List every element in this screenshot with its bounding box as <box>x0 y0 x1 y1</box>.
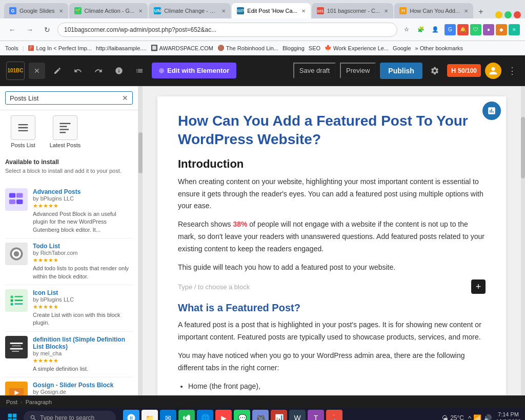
google-ext-icon[interactable]: G <box>445 24 456 35</box>
info-button[interactable] <box>111 63 127 79</box>
gosign-name[interactable]: Gosign - Slider Posts Block <box>33 382 133 389</box>
block-search-input[interactable] <box>10 94 122 102</box>
tab-climate-action[interactable]: 🌱 Climate Action - G... ✕ <box>69 3 148 18</box>
svg-point-15 <box>10 303 13 305</box>
bm-blogging[interactable]: Blogging <box>282 45 305 51</box>
tab-climate-change[interactable]: UN Climate Change - U... ✕ <box>149 3 231 18</box>
todo-list-icon <box>8 246 25 262</box>
pencil-tool-button[interactable] <box>49 63 66 79</box>
tab-close-climate-action[interactable]: ✕ <box>138 8 143 14</box>
sidebar-scrollbar-thumb[interactable] <box>138 132 143 173</box>
taskbar-app-edge[interactable] <box>123 410 139 420</box>
undo-button[interactable] <box>70 63 86 79</box>
taskbar-app-ie[interactable]: 🌐 <box>197 410 213 420</box>
tab-close-edit-post[interactable]: ✕ <box>301 8 306 14</box>
search-clear-button[interactable]: ✕ <box>122 94 128 102</box>
todo-list-name[interactable]: Todo List <box>33 243 133 250</box>
bm-login[interactable]: 🅿Log In < Perfect Imp... <box>28 45 92 51</box>
redo-button[interactable] <box>90 63 107 79</box>
tab-close-101bags[interactable]: ✕ <box>384 8 388 14</box>
start-button[interactable] <box>4 410 21 420</box>
editor-scrollbar-thumb[interactable] <box>521 117 525 178</box>
list-view-button[interactable] <box>131 63 148 79</box>
maximize-button[interactable] <box>504 11 512 18</box>
more-options-button[interactable]: ⋮ <box>506 65 519 76</box>
taskbar-app-maps[interactable]: 📍 <box>326 410 342 420</box>
block-item-latest-posts[interactable]: Latest Posts <box>47 115 83 148</box>
address-input[interactable] <box>57 23 397 37</box>
install-item-definition-list: definition list (Simple Definition List … <box>5 332 133 377</box>
back-button[interactable]: ← <box>5 23 19 37</box>
bm-robinhood[interactable]: 🟤 The Robinhood Lin... <box>217 45 278 51</box>
tab-101bags[interactable]: 101 101 bagscorner - C... ✕ <box>312 3 393 18</box>
save-draft-button[interactable]: Save draft <box>293 63 336 78</box>
icon-list-icon <box>8 292 25 309</box>
breadcrumb-paragraph: Paragraph <box>26 399 52 405</box>
block-insert-placeholder: Type / to choose a block <box>178 283 467 291</box>
svg-point-13 <box>10 299 13 302</box>
taskbar-app-presentation[interactable]: 📊 <box>271 410 287 420</box>
close-button[interactable] <box>514 11 521 18</box>
ext6-icon[interactable]: ≡ <box>509 24 520 35</box>
ext4-icon[interactable]: ● <box>483 24 494 35</box>
bm-laiba[interactable]: http://laibasample.... <box>96 45 146 51</box>
taskbar-app-vscode[interactable] <box>178 410 195 420</box>
bm-tools[interactable]: Tools <box>5 45 18 51</box>
volume-icon[interactable]: 🔊 <box>483 414 492 421</box>
ext3-icon[interactable]: 🛡 <box>470 24 481 35</box>
advanced-posts-name[interactable]: Advanced Posts <box>33 188 133 195</box>
tab-close-google-slides[interactable]: ✕ <box>59 8 63 14</box>
svg-rect-6 <box>9 199 15 204</box>
taskbar-app-discord[interactable]: 🎮 <box>252 410 269 420</box>
extension-icon[interactable]: 🧩 <box>415 24 427 36</box>
network-icon[interactable]: 📶 <box>473 414 481 421</box>
profile-icon[interactable]: 👤 <box>429 24 441 36</box>
user-avatar-button[interactable] <box>485 63 501 79</box>
svg-point-10 <box>14 251 19 257</box>
editor-scrollbar[interactable] <box>521 86 525 395</box>
tab-howcan[interactable]: H How Can You Add... ✕ <box>394 3 473 18</box>
settings-gear-button[interactable] <box>427 63 443 79</box>
add-block-button[interactable]: + <box>471 279 486 294</box>
minimize-button[interactable] <box>495 11 502 18</box>
star-icon[interactable]: ☆ <box>400 24 413 36</box>
taskbar-app-explorer[interactable]: 📁 <box>142 410 158 420</box>
tab-close-climate-change[interactable]: ✕ <box>221 8 226 14</box>
definition-list-name[interactable]: definition list (Simple Definition List … <box>33 336 133 350</box>
tab-google-slides[interactable]: G Google Slides ✕ <box>4 3 68 18</box>
taskbar-app-teams[interactable]: T <box>308 410 324 420</box>
block-item-posts-list[interactable]: Posts List <box>5 115 41 148</box>
publish-button[interactable]: Publish <box>380 63 422 79</box>
wp-logo: 101BC <box>6 62 25 80</box>
bm-seo[interactable]: SEO <box>309 45 320 51</box>
taskbar-clock[interactable]: 7:14 PM 12/2/2022 <box>496 411 521 420</box>
yoast-seo-badge[interactable]: H 50/100 <box>447 64 481 77</box>
taskbar-app-word[interactable]: W <box>289 410 306 420</box>
chevron-up-icon[interactable]: ^ <box>468 414 471 421</box>
bm-awardspace[interactable]: 🔲 AWARDSPACE.COM <box>151 45 213 51</box>
taskbar-app-youtube[interactable]: ▶ <box>215 410 232 420</box>
bm-workexp[interactable]: 🍁 Work Experience Le... <box>325 45 389 51</box>
forward-button[interactable]: → <box>23 23 37 37</box>
windows-search-bar[interactable]: Type here to search <box>24 411 116 420</box>
post-icon-button[interactable] <box>482 102 501 120</box>
ext5-icon[interactable]: ◆ <box>496 24 507 35</box>
tab-close-howcan[interactable]: ✕ <box>464 8 468 14</box>
taskbar-app-mail[interactable]: ✉ <box>160 410 176 420</box>
refresh-button[interactable]: ↻ <box>40 23 54 37</box>
new-tab-button[interactable]: + <box>474 5 488 18</box>
bm-other[interactable]: » Other bookmarks <box>415 45 463 51</box>
edit-with-elementor-button[interactable]: Edit with Elementor <box>152 63 236 78</box>
address-bar-row: ← → ↻ ☆ 🧩 👤 G 🔔 🛡 ● ◆ ≡ <box>0 18 525 41</box>
sidebar-scrollbar[interactable] <box>138 86 143 395</box>
block-search-wrap[interactable]: ✕ <box>5 91 133 105</box>
taskbar-app-whatsapp[interactable]: 💬 <box>234 410 250 420</box>
section-what-is-heading: What is a Featured Post? <box>178 302 486 314</box>
tab-edit-post[interactable]: WP Edit Post 'How Ca... ✕ <box>232 3 310 18</box>
bm-google[interactable]: Google <box>393 45 411 51</box>
ext2-icon[interactable]: 🔔 <box>457 24 469 35</box>
icon-list-name[interactable]: Icon List <box>33 289 133 296</box>
bm-tools-label: Tools <box>5 45 18 51</box>
wp-close-button[interactable]: ✕ <box>29 63 45 79</box>
preview-button[interactable]: Preview <box>340 63 376 78</box>
